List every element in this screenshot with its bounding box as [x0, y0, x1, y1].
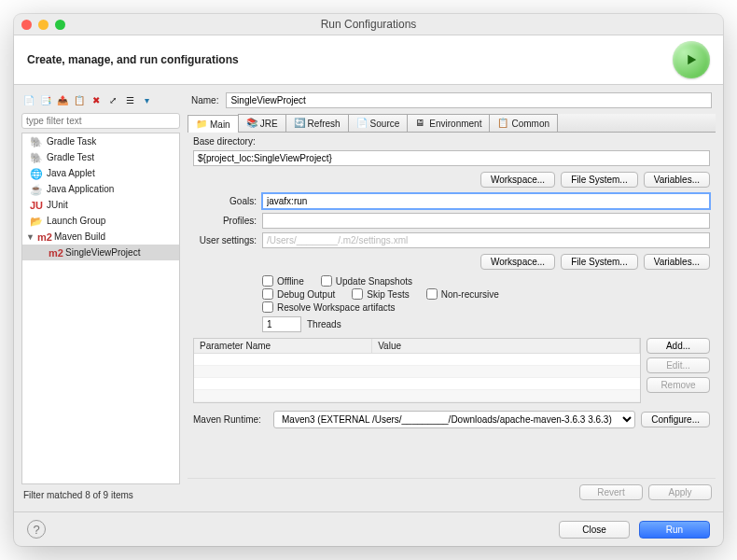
collapse-icon[interactable]: ☰	[122, 92, 137, 107]
junit-icon: JU	[30, 200, 43, 210]
filter-input[interactable]	[21, 113, 180, 129]
jre-icon: 📚	[246, 118, 257, 129]
dialog-footer: ? Close Run	[14, 511, 723, 546]
run-button[interactable]: Run	[639, 521, 710, 539]
tab-refresh[interactable]: 🔄Refresh	[285, 114, 349, 132]
titlebar: Run Configurations	[14, 14, 723, 35]
tab-source[interactable]: 📄Source	[348, 114, 409, 132]
param-edit-button[interactable]: Edit...	[647, 357, 710, 373]
dialog-body: 📄 📑 📤 📋 ✖ ⤢ ☰ ▾ 🐘Gradle Task 🐘Gradle Tes…	[14, 85, 723, 511]
java-icon: ☕	[30, 184, 43, 194]
usersettings-input[interactable]	[262, 232, 710, 248]
window-title: Run Configurations	[14, 18, 723, 31]
param-col-name: Parameter Name	[194, 339, 372, 353]
tree-item-gradle-task[interactable]: 🐘Gradle Task	[22, 133, 179, 149]
non-recursive-checkbox[interactable]: Non-recursive	[426, 288, 499, 300]
basedir-workspace-button[interactable]: Workspace...	[480, 172, 555, 188]
tab-jre[interactable]: 📚JRE	[238, 114, 286, 132]
tab-common[interactable]: 📋Common	[489, 114, 558, 132]
revert-button[interactable]: Revert	[579, 484, 643, 500]
tab-main-panel: Base directory: Workspace... File System…	[188, 133, 716, 478]
basedir-variables-button[interactable]: Variables...	[644, 172, 710, 188]
runtime-label: Maven Runtime:	[193, 414, 268, 425]
usersettings-variables-button[interactable]: Variables...	[644, 254, 710, 270]
new-proto-icon[interactable]: 📑	[38, 92, 53, 107]
source-icon: 📄	[356, 118, 368, 129]
param-add-button[interactable]: Add...	[647, 338, 710, 354]
tree-item-singleviewproject[interactable]: m2SingleViewProject	[22, 245, 179, 260]
threads-label: Threads	[307, 319, 341, 329]
folder-icon: 📁	[196, 119, 207, 130]
apply-button[interactable]: Apply	[648, 484, 712, 500]
tree-item-launch-group[interactable]: 📂Launch Group	[22, 213, 179, 229]
tree-item-maven-build[interactable]: ▼m2Maven Build	[22, 229, 179, 245]
threads-input[interactable]	[262, 316, 301, 332]
new-config-icon[interactable]: 📄	[21, 92, 36, 107]
dialog-subtitle: Create, manage, and run configurations	[27, 53, 239, 66]
close-button[interactable]: Close	[559, 521, 630, 539]
tab-main[interactable]: 📁Main	[188, 115, 239, 133]
runtime-configure-button[interactable]: Configure...	[641, 412, 710, 427]
filter-box	[21, 113, 180, 129]
usersettings-label: User settings:	[193, 235, 257, 245]
applet-icon: 🌐	[30, 168, 43, 178]
common-icon: 📋	[497, 118, 508, 129]
profiles-label: Profiles:	[193, 216, 257, 226]
tab-bar: 📁Main 📚JRE 🔄Refresh 📄Source 🖥Environment…	[188, 114, 716, 133]
env-icon: 🖥	[415, 118, 426, 129]
export-icon[interactable]: 📤	[55, 92, 70, 107]
name-label: Name:	[191, 95, 218, 105]
main-panel: Name: 📁Main 📚JRE 🔄Refresh 📄Source 🖥Envir…	[188, 91, 716, 506]
param-col-value: Value	[372, 339, 640, 353]
offline-checkbox[interactable]: Offline	[262, 275, 304, 287]
parameter-table[interactable]: Parameter Name Value	[193, 338, 641, 403]
resolve-workspace-checkbox[interactable]: Resolve Workspace artifacts	[262, 301, 396, 313]
caret-down-icon[interactable]: ▼	[26, 232, 34, 242]
usersettings-filesystem-button[interactable]: File System...	[561, 254, 638, 270]
refresh-icon: 🔄	[294, 118, 305, 129]
delete-icon[interactable]: ✖	[89, 92, 104, 107]
duplicate-icon[interactable]: 📋	[72, 92, 87, 107]
expand-icon[interactable]: ⤢	[105, 92, 120, 107]
tree-item-gradle-test[interactable]: 🐘Gradle Test	[22, 149, 179, 165]
panel-footer: Revert Apply	[188, 478, 716, 506]
dialog-header: Create, manage, and run configurations	[14, 35, 723, 85]
tab-environment[interactable]: 🖥Environment	[407, 114, 490, 132]
name-input[interactable]	[226, 92, 712, 108]
maven-icon: m2	[49, 247, 62, 258]
debug-output-checkbox[interactable]: Debug Output	[262, 288, 335, 300]
update-snapshots-checkbox[interactable]: Update Snapshots	[321, 275, 412, 287]
basedir-filesystem-button[interactable]: File System...	[561, 172, 638, 188]
help-icon[interactable]: ?	[27, 520, 46, 539]
sidebar: 📄 📑 📤 📋 ✖ ⤢ ☰ ▾ 🐘Gradle Task 🐘Gradle Tes…	[21, 91, 180, 506]
basedir-input[interactable]	[193, 150, 710, 166]
options-grid: Offline Update Snapshots Debug Output Sk…	[193, 275, 710, 313]
tree-item-java-app[interactable]: ☕Java Application	[22, 181, 179, 197]
maven-icon: m2	[37, 231, 50, 242]
profiles-input[interactable]	[262, 213, 710, 229]
filter-status: Filter matched 8 of 9 items	[21, 484, 180, 506]
gradle-icon: 🐘	[30, 136, 43, 147]
dialog-window: Run Configurations Create, manage, and r…	[14, 14, 723, 546]
gradle-icon: 🐘	[30, 152, 43, 162]
tree-item-junit[interactable]: JUJUnit	[22, 197, 179, 213]
goals-label: Goals:	[193, 196, 257, 206]
skip-tests-checkbox[interactable]: Skip Tests	[352, 288, 409, 300]
tree-item-java-applet[interactable]: 🌐Java Applet	[22, 165, 179, 181]
run-hero-icon	[673, 41, 710, 78]
name-row: Name:	[188, 91, 716, 114]
runtime-select[interactable]: Maven3 (EXTERNAL /Users/_________/Downlo…	[273, 411, 635, 428]
config-tree[interactable]: 🐘Gradle Task 🐘Gradle Test 🌐Java Applet ☕…	[21, 133, 180, 484]
filter-menu-icon[interactable]: ▾	[139, 92, 154, 107]
usersettings-workspace-button[interactable]: Workspace...	[480, 254, 555, 270]
goals-input[interactable]	[262, 193, 710, 209]
param-remove-button[interactable]: Remove	[647, 377, 710, 393]
sidebar-toolbar: 📄 📑 📤 📋 ✖ ⤢ ☰ ▾	[21, 91, 180, 109]
basedir-label: Base directory:	[193, 136, 710, 147]
launch-group-icon: 📂	[30, 216, 43, 226]
